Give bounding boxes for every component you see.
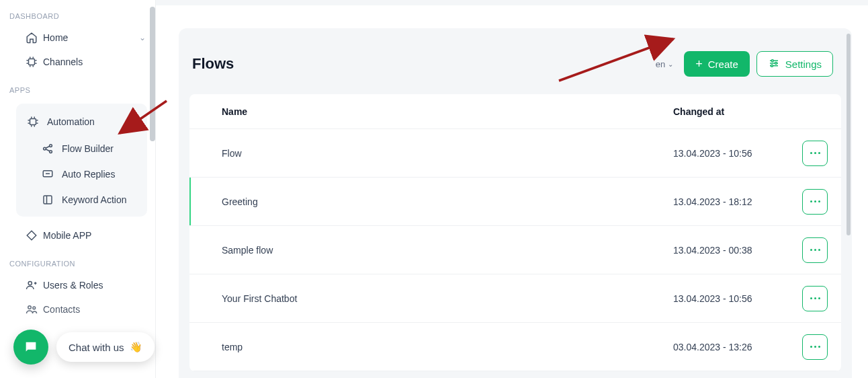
chat-icon	[24, 340, 38, 354]
cell-changed: 13.04.2023 - 10:56	[673, 148, 781, 159]
nav-automation[interactable]: Automation ⌃	[16, 108, 147, 136]
topbar-stub	[156, 0, 868, 5]
table-row[interactable]: Greeting13.04.2023 - 18:12	[189, 178, 841, 226]
chatbox-icon	[42, 168, 54, 180]
nav-flow-builder[interactable]: Flow Builder	[16, 136, 147, 161]
cell-name: Sample flow	[222, 245, 673, 256]
gear-icon	[27, 116, 39, 128]
wave-emoji: 👋	[130, 341, 142, 353]
col-changed: Changed at	[673, 106, 781, 117]
cell-changed: 13.04.2023 - 18:12	[673, 196, 781, 207]
nav-channels[interactable]: Channels	[0, 50, 155, 74]
cell-name: Your First Chatbot	[222, 293, 673, 304]
row-actions-button[interactable]	[802, 334, 828, 360]
table-row[interactable]: Your First Chatbot13.04.2023 - 10:56	[189, 274, 841, 323]
svg-point-7	[28, 281, 32, 285]
svg-point-8	[28, 306, 32, 309]
page-title: Flows	[192, 55, 234, 73]
nav-users-roles[interactable]: Users & Roles	[0, 273, 155, 297]
table-row[interactable]: Flow13.04.2023 - 10:56	[189, 129, 841, 178]
chip-icon	[26, 56, 38, 68]
settings-button[interactable]: Settings	[756, 51, 833, 77]
nav-keyword-action-label: Keyword Action	[62, 194, 127, 205]
chevron-down-icon: ⌄	[139, 33, 146, 42]
contacts-icon	[26, 303, 38, 315]
nav-flow-builder-label: Flow Builder	[62, 143, 114, 154]
language-dropdown[interactable]: en ⌄	[656, 59, 673, 69]
diamond-icon	[26, 229, 38, 241]
chevron-up-icon: ⌃	[131, 117, 138, 126]
section-apps: APPS	[0, 74, 155, 100]
nav-mobile-app[interactable]: Mobile APP	[0, 223, 155, 248]
table-header: Name Changed at	[189, 94, 841, 129]
panel-icon	[42, 194, 54, 206]
table-body: Flow13.04.2023 - 10:56Greeting13.04.2023…	[189, 129, 841, 371]
svg-rect-6	[44, 196, 52, 204]
row-actions-button[interactable]	[802, 141, 828, 166]
row-actions-button[interactable]	[802, 286, 828, 311]
create-button[interactable]: + Create	[684, 51, 750, 77]
table-row[interactable]: Sample flow13.04.2023 - 00:38	[189, 226, 841, 274]
users-icon	[26, 279, 38, 291]
create-label: Create	[708, 59, 738, 70]
nav-contacts[interactable]: Contacts	[0, 297, 155, 322]
cell-changed: 13.04.2023 - 00:38	[673, 245, 781, 256]
col-name: Name	[222, 106, 673, 117]
nav-users-roles-label: Users & Roles	[43, 280, 103, 291]
sliders-icon	[768, 57, 780, 71]
chevron-down-icon: ⌄	[668, 61, 673, 68]
nav-auto-replies[interactable]: Auto Replies	[16, 161, 147, 187]
flows-table: Name Changed at Flow13.04.2023 - 10:56Gr…	[189, 94, 841, 371]
home-icon	[26, 32, 38, 44]
row-actions-button[interactable]	[802, 237, 828, 263]
svg-point-11	[775, 62, 777, 64]
table-row[interactable]: temp03.04.2023 - 13:26	[189, 323, 841, 371]
chat-label: Chat with us	[69, 342, 124, 353]
nav-contacts-label: Contacts	[43, 304, 80, 315]
share-icon	[42, 143, 54, 155]
nav-channels-label: Channels	[43, 56, 83, 67]
chat-bubble[interactable]: Chat with us 👋	[56, 332, 155, 362]
svg-rect-1	[30, 119, 36, 125]
cell-name: temp	[222, 342, 673, 352]
section-config: CONFIGURATION	[0, 248, 155, 273]
cell-name: Greeting	[222, 196, 673, 207]
panel-scrollbar[interactable]	[847, 34, 851, 235]
section-dashboard: DASHBOARD	[0, 0, 155, 26]
panel-header: Flows en ⌄ + Create Settings	[179, 28, 852, 94]
cell-changed: 03.04.2023 - 13:26	[673, 342, 781, 352]
nav-mobile-app-label: Mobile APP	[43, 230, 91, 241]
settings-label: Settings	[785, 59, 822, 70]
cell-name: Flow	[222, 148, 673, 159]
svg-point-10	[771, 59, 773, 61]
svg-point-9	[33, 307, 36, 309]
svg-rect-0	[29, 59, 35, 65]
main-area: Flows en ⌄ + Create Settings	[156, 0, 868, 378]
sidebar: DASHBOARD Home ⌄ Channels APPS Automatio…	[0, 0, 156, 378]
flows-panel: Flows en ⌄ + Create Settings	[179, 28, 852, 378]
cell-changed: 13.04.2023 - 10:56	[673, 293, 781, 304]
nav-home-label: Home	[43, 32, 68, 43]
chat-fab[interactable]	[13, 330, 48, 365]
nav-auto-replies-label: Auto Replies	[62, 169, 115, 180]
nav-keyword-action[interactable]: Keyword Action	[16, 187, 147, 213]
nav-automation-label: Automation	[47, 116, 95, 127]
svg-point-12	[771, 65, 773, 67]
automation-group: Automation ⌃ Flow Builder Auto Replies	[16, 104, 147, 217]
nav-home[interactable]: Home ⌄	[0, 26, 155, 50]
plus-icon: +	[695, 58, 703, 70]
language-value: en	[656, 59, 665, 69]
row-actions-button[interactable]	[802, 189, 828, 215]
